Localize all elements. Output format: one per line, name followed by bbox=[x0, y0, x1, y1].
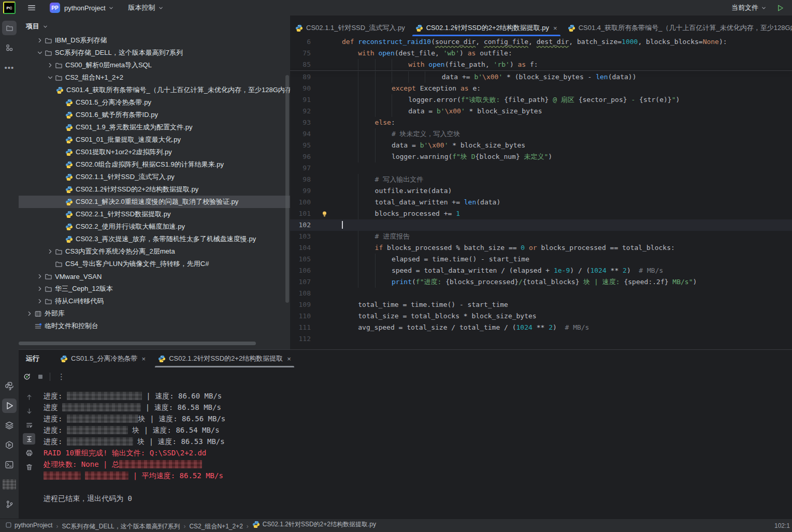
tree-item[interactable]: CS01.5_分离冷热条带.py bbox=[19, 96, 290, 109]
code-line[interactable]: 89data += b'\x00' * (block_size_bytes - … bbox=[290, 71, 792, 83]
scroll-down-button[interactable] bbox=[23, 405, 35, 417]
project-selector[interactable]: pythonProject bbox=[60, 2, 118, 14]
code-line[interactable]: 105elapsed = time.time() - start_time bbox=[290, 254, 792, 265]
chevron-down-icon[interactable] bbox=[35, 49, 45, 56]
tree-item[interactable]: CS4_导出客户LUN为镜像文件_待转移，先用C# bbox=[19, 258, 290, 270]
structure-tool-button[interactable] bbox=[2, 40, 17, 55]
vcs-menu[interactable]: 版本控制 bbox=[124, 1, 168, 14]
code-line[interactable]: 75with open(dest_file, 'wb') as outfile: bbox=[290, 48, 792, 59]
horizontal-scrollbar[interactable] bbox=[19, 342, 256, 345]
close-icon[interactable]: × bbox=[142, 355, 146, 363]
code-line[interactable]: 97 bbox=[290, 162, 792, 174]
tree-item[interactable]: 临时文件和控制台 bbox=[19, 320, 290, 332]
rerun-button[interactable] bbox=[23, 373, 31, 381]
code-line[interactable]: 94# 块未定义，写入空块 bbox=[290, 128, 792, 140]
code-line[interactable]: 101blocks_processed += 1 bbox=[290, 208, 792, 219]
print-button[interactable] bbox=[23, 447, 35, 459]
project-tool-button[interactable] bbox=[2, 21, 17, 35]
breadcrumb-item[interactable]: pythonProject bbox=[5, 522, 52, 529]
more-options-button[interactable]: ⋮ bbox=[55, 372, 67, 381]
hamburger-icon[interactable] bbox=[24, 2, 39, 14]
clear-button[interactable] bbox=[23, 461, 35, 472]
run-tool-button[interactable] bbox=[2, 398, 17, 413]
tree-item[interactable]: 外部库 bbox=[19, 307, 290, 320]
code-line[interactable]: 95data = b'\x00' * block_size_bytes bbox=[290, 140, 792, 151]
code-line[interactable]: 112 bbox=[290, 333, 792, 345]
tree-item[interactable]: CS01.4_获取所有条带编号_（几十上百亿计算_未优化内存，至少128G内存来… bbox=[19, 84, 290, 96]
close-icon[interactable]: × bbox=[287, 355, 291, 363]
code-line[interactable]: 107print(f"进度: {blocks_processed}/{total… bbox=[290, 276, 792, 288]
redacted-tool-button[interactable] bbox=[2, 477, 17, 492]
editor-tab[interactable]: CS01.4_获取所有条带编号_（几十上百亿计算_未优化内存，至少128G内存来… bbox=[563, 20, 792, 36]
tree-item[interactable]: CS02.1.1_针对SSD_流式写入.py bbox=[19, 171, 290, 183]
project-panel-header[interactable]: 项目 bbox=[19, 19, 290, 34]
tree-item[interactable]: CS01_1.9_将元数据生成为配置文件.py bbox=[19, 121, 290, 134]
tree-item[interactable]: CS01提取N+1or2+2虚拟阵列.py bbox=[19, 146, 290, 158]
breadcrumb-item[interactable]: CS2_组合N+1_2+2 bbox=[189, 522, 242, 531]
tree-item[interactable]: 华三_Ceph_12版本 bbox=[19, 283, 290, 295]
chevron-right-icon[interactable] bbox=[35, 298, 45, 305]
code-line[interactable]: 109total_time = time.time() - start_time bbox=[290, 299, 792, 311]
tree-item[interactable]: CS02.1.2针对SSD的2+2结构数据提取.py bbox=[19, 183, 290, 196]
python-console-tool-button[interactable] bbox=[2, 379, 17, 393]
scroll-up-button[interactable] bbox=[23, 391, 35, 403]
code-line[interactable]: 106speed = total_data_written / (elapsed… bbox=[290, 265, 792, 276]
tree-item[interactable]: CS02.3_再次提速_放弃，条带随机性太多了机械盘速度慢.py bbox=[19, 233, 290, 245]
tree-item[interactable]: SC系列存储_DELL，这个版本最高到7系列 bbox=[19, 47, 290, 59]
tree-item[interactable]: CS01.6_赋予所有条带ID.py bbox=[19, 109, 290, 121]
run-config-selector[interactable]: 当前文件 bbox=[727, 1, 771, 14]
tree-item[interactable]: 待从C#转移代码 bbox=[19, 295, 290, 307]
run-button[interactable] bbox=[776, 4, 785, 12]
scroll-to-end-button[interactable] bbox=[23, 433, 35, 445]
vertical-scrollbar[interactable] bbox=[285, 75, 289, 303]
code-line[interactable]: 111avg_speed = total_size / total_time /… bbox=[290, 322, 792, 333]
code-line[interactable]: 103# 进度报告 bbox=[290, 231, 792, 242]
editor-tab[interactable]: CS02.1.2针对SSD的2+2结构数据提取.py× bbox=[410, 20, 563, 36]
code-line[interactable]: 6def reconstruct_raid10(source_dir, conf… bbox=[290, 36, 792, 48]
more-tools-button[interactable]: ••• bbox=[2, 60, 17, 75]
code-line[interactable]: 108 bbox=[290, 288, 792, 299]
tree-item[interactable]: CS02.0组合虚拟阵列_根据CS1.9的计算结果来.py bbox=[19, 158, 290, 171]
code-line[interactable]: 96logger.warning(f"块 D{block_num} 未定义") bbox=[290, 151, 792, 162]
tree-item[interactable]: CS3内置文件系统冷热分离_2层meta bbox=[19, 245, 290, 258]
python-packages-tool-button[interactable] bbox=[2, 438, 17, 452]
tree-item[interactable]: CS02.2.1_针对SSD数据提取.py bbox=[19, 208, 290, 220]
code-line[interactable]: 93else: bbox=[290, 117, 792, 128]
chevron-down-icon[interactable] bbox=[46, 74, 55, 81]
tree-item[interactable]: CS01_01_批量提取_速度最大化.py bbox=[19, 134, 290, 146]
code-line[interactable]: 110total_size = total_blocks * block_siz… bbox=[290, 311, 792, 322]
code-line[interactable]: 102 bbox=[290, 219, 792, 231]
chevron-right-icon[interactable] bbox=[46, 248, 55, 255]
chevron-right-icon[interactable] bbox=[35, 273, 45, 280]
breadcrumb-item[interactable]: CS02.1.2针对SSD的2+2结构数据提取.py bbox=[252, 520, 376, 529]
run-tab[interactable]: CS02.1.2针对SSD的2+2结构数据提取× bbox=[152, 350, 297, 367]
chevron-right-icon[interactable] bbox=[35, 285, 45, 292]
code-line[interactable]: 99outfile.write(data) bbox=[290, 185, 792, 197]
chevron-right-icon[interactable] bbox=[46, 62, 55, 69]
close-icon[interactable]: × bbox=[553, 24, 557, 32]
code-line[interactable]: 92data = b'\x00' * block_size_bytes bbox=[290, 106, 792, 117]
chevron-right-icon[interactable] bbox=[25, 310, 34, 317]
tree-item[interactable]: CS02.1_解决2.0重组速度慢的问题_取消了校验验证.py bbox=[19, 196, 290, 208]
code-line[interactable]: 90except Exception as e: bbox=[290, 83, 792, 94]
code-line[interactable]: 98# 写入输出文件 bbox=[290, 174, 792, 185]
tree-item[interactable]: CS02.2_使用并行读取大幅度加速.py bbox=[19, 220, 290, 233]
code-line[interactable]: 104if blocks_processed % batch_size == 0… bbox=[290, 242, 792, 254]
breadcrumb-item[interactable]: SC系列存储_DELL，这个版本最高到7系列 bbox=[62, 522, 180, 531]
soft-wrap-button[interactable] bbox=[23, 419, 35, 431]
tree-item[interactable]: CS2_组合N+1_2+2 bbox=[19, 71, 290, 84]
code-line[interactable]: 100total_data_written += len(data) bbox=[290, 197, 792, 208]
chevron-right-icon[interactable] bbox=[35, 37, 45, 44]
code-line[interactable]: 85with open(file_path, 'rb') as f: bbox=[290, 59, 792, 70]
editor-code-area[interactable]: 6def reconstruct_raid10(source_dir, conf… bbox=[290, 36, 792, 345]
tree-item[interactable]: VMware_VSAN bbox=[19, 270, 290, 283]
git-tool-button[interactable] bbox=[2, 497, 17, 511]
stop-button[interactable] bbox=[36, 373, 45, 381]
run-tab[interactable]: CS01.5_分离冷热条带× bbox=[54, 350, 152, 367]
code-line[interactable]: 91logger.error(f"读取失败: {file_path} @ 扇区 … bbox=[290, 94, 792, 106]
services-tool-button[interactable] bbox=[2, 418, 17, 433]
terminal-tool-button[interactable] bbox=[2, 457, 17, 472]
editor-tab[interactable]: CS02.1.1_针对SSD_流式写入.py bbox=[290, 20, 410, 36]
tree-item[interactable]: CS00_解析0层meta导入SQL bbox=[19, 59, 290, 71]
tree-item[interactable]: IBM_DS系列存储 bbox=[19, 34, 290, 47]
